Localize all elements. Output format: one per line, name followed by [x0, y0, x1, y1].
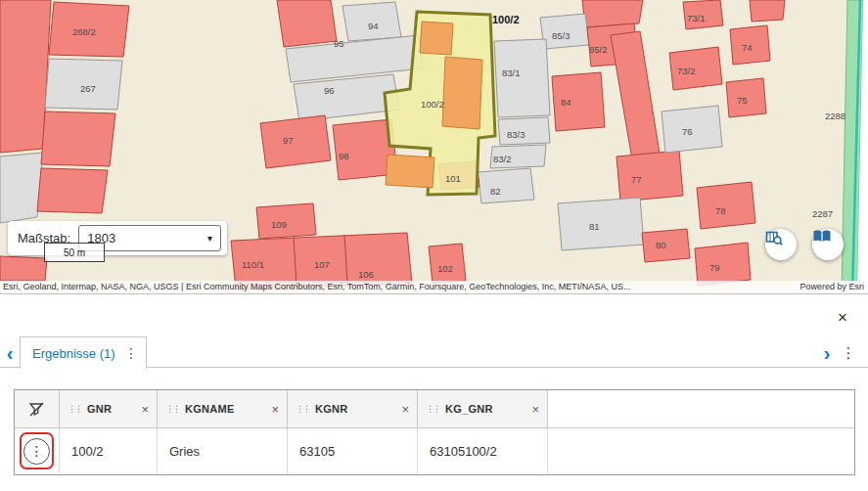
tabs-scroll-left-button[interactable]: ‹ [1, 340, 19, 366]
parcel[interactable] [478, 168, 534, 203]
parcel-label: 109 [271, 219, 287, 230]
scale-control: Maßstab: 1803 ▾ [8, 221, 227, 255]
parcel-label: 76 [682, 126, 693, 137]
parcel-label: 83/3 [507, 129, 525, 140]
parcel-label: 85/2 [589, 44, 608, 55]
drag-handle-icon[interactable]: ⋮⋮ [68, 404, 81, 414]
scalebar: 50 m [44, 243, 105, 262]
map-select-tool-button[interactable] [765, 229, 797, 260]
parcel[interactable] [494, 39, 550, 117]
column-label: GNR [87, 403, 112, 415]
panel-options-button[interactable]: ⋮ [840, 340, 857, 366]
column-label: KG_GNR [445, 403, 493, 415]
remove-column-button[interactable]: × [139, 402, 151, 417]
remove-column-button[interactable]: × [399, 402, 411, 417]
close-icon: × [141, 402, 149, 417]
parcel-label: 107 [314, 259, 330, 270]
parcel[interactable] [617, 151, 683, 201]
tabs-scroll-right-button[interactable]: › [818, 340, 836, 366]
parcel[interactable] [558, 198, 644, 250]
cell-kgname: Gries [158, 428, 288, 474]
parcel[interactable] [294, 74, 399, 121]
attribution-sources: Esri, Geoland, Intermap, NASA, NGA, USGS… [3, 282, 630, 291]
drag-handle-icon[interactable]: ⋮⋮ [296, 404, 309, 414]
tab-options-button[interactable]: ⋮ [122, 345, 140, 361]
parcel-label: 73/1 [687, 13, 706, 23]
close-icon: × [838, 308, 847, 327]
building [420, 22, 453, 55]
parcel[interactable] [37, 168, 108, 213]
cell-kgnr: 63105 [288, 428, 418, 474]
parcel-label: 84 [561, 97, 571, 108]
parcel-label: 101 [445, 173, 461, 184]
app-window: 268/2 267 94 95 96 97 98 100/2 85/3 85/2… [0, 0, 868, 491]
parcel-label: 106 [358, 269, 374, 280]
map-search-icon [765, 229, 783, 246]
column-header-kgnr[interactable]: ⋮⋮ KGNR × [288, 390, 418, 427]
cell-gnr: 100/2 [60, 428, 158, 474]
parcel-label: 74 [742, 42, 753, 53]
parcel[interactable] [0, 153, 43, 223]
caret-down-icon: ▾ [207, 233, 212, 244]
parcel[interactable] [695, 243, 751, 286]
chevron-right-icon: › [824, 342, 831, 364]
tab-ergebnisse[interactable]: Ergebnisse (1) ⋮ [20, 336, 147, 369]
parcel[interactable] [750, 0, 785, 22]
parcel-label: 83/2 [493, 154, 512, 164]
parcel-label: 94 [368, 21, 379, 31]
parcel-label: 73/2 [677, 66, 696, 76]
parcel[interactable] [41, 112, 115, 166]
parcel-label: 2287 [812, 208, 833, 219]
close-icon: × [531, 402, 539, 417]
results-table: ⋮⋮ GNR × ⋮⋮ KGNAME × ⋮⋮ KGNR × ⋮⋮ KG_GNR… [14, 389, 855, 475]
cell-kg-gnr: 63105100/2 [418, 428, 548, 474]
parcel-label: 98 [339, 151, 349, 161]
basemap-gallery-button[interactable] [812, 229, 844, 260]
drag-handle-icon[interactable]: ⋮⋮ [426, 404, 439, 414]
parcel[interactable] [697, 182, 755, 229]
parcel-label: 267 [80, 83, 96, 94]
remove-column-button[interactable]: × [269, 402, 281, 417]
parcel-label: 79 [709, 262, 720, 273]
column-header-kgname[interactable]: ⋮⋮ KGNAME × [158, 390, 288, 427]
parcel-label: 82 [490, 186, 501, 197]
parcel-label: 95 [334, 38, 344, 49]
map-attribution: Esri, Geoland, Intermap, NASA, NGA, USGS… [0, 281, 868, 293]
book-icon [812, 229, 832, 245]
header-filler [548, 390, 854, 427]
kebab-icon: ⋮ [842, 344, 856, 361]
table-row[interactable]: ⋮ 100/2 Gries 63105 63105100/2 [15, 428, 854, 474]
remove-column-button[interactable]: × [529, 402, 541, 417]
parcel[interactable] [260, 115, 331, 168]
powered-by-esri[interactable]: Powered by Esri [794, 281, 864, 293]
column-header-kg-gnr[interactable]: ⋮⋮ KG_GNR × [418, 390, 548, 427]
parcel-label: 81 [589, 221, 600, 232]
parcel-label: 75 [737, 95, 748, 106]
parcel-label: 85/3 [552, 30, 571, 41]
selected-parcel-bold-label: 100/2 [492, 14, 520, 25]
parcel-label: 100/2 [421, 99, 444, 110]
parcel[interactable] [0, 256, 47, 281]
parcel-label: 96 [324, 85, 335, 96]
clear-filter-header-cell[interactable] [15, 390, 60, 427]
row-options-button[interactable]: ⋮ [23, 438, 50, 465]
parcel[interactable] [277, 0, 337, 47]
column-header-gnr[interactable]: ⋮⋮ GNR × [60, 390, 158, 427]
filter-off-icon [28, 401, 45, 418]
close-icon: × [271, 402, 279, 417]
drag-handle-icon[interactable]: ⋮⋮ [165, 404, 179, 414]
building [386, 155, 434, 188]
scalebar-label: 50 m [64, 247, 85, 258]
column-label: KGNAME [185, 403, 235, 415]
chevron-left-icon: ‹ [7, 342, 14, 364]
building [442, 57, 482, 129]
map-view[interactable]: 268/2 267 94 95 96 97 98 100/2 85/3 85/2… [0, 0, 868, 293]
parcel-label: 78 [715, 205, 726, 216]
table-header-row: ⋮⋮ GNR × ⋮⋮ KGNAME × ⋮⋮ KGNR × ⋮⋮ KG_GNR… [15, 390, 854, 428]
row-filler [548, 428, 854, 474]
row-menu-cell: ⋮ [15, 428, 60, 474]
tab-label: Ergebnisse (1) [32, 346, 115, 361]
parcel-label: 268/2 [72, 26, 96, 37]
close-panel-button[interactable]: × [832, 307, 853, 329]
parcel-label: 2288 [825, 111, 845, 121]
